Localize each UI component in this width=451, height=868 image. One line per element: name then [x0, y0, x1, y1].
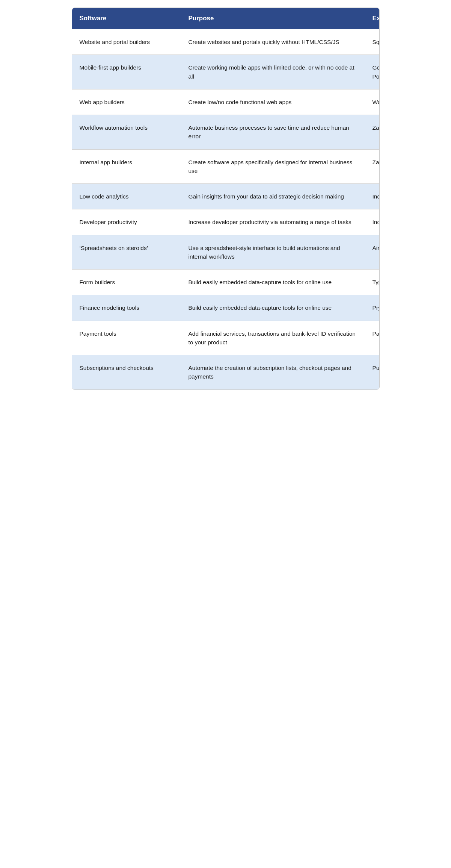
table-header: Software Purpose Examples [72, 8, 379, 29]
cell-software: Subscriptions and checkouts [72, 355, 181, 389]
cell-software: Payment tools [72, 321, 181, 355]
table-row: Finance modeling toolsBuild easily embed… [72, 295, 379, 320]
cell-examples: Purchasely, MemberSpace [365, 355, 380, 389]
cell-examples: Squarespace, Wordpress [365, 29, 380, 55]
cell-examples: Passbase, Mambu [365, 321, 380, 355]
header-examples: Examples [365, 8, 380, 29]
cell-software: Mobile-first app builders [72, 55, 181, 89]
cell-software: Workflow automation tools [72, 115, 181, 149]
cell-examples: Zapier, Fibery [365, 115, 380, 149]
cell-software: Finance modeling tools [72, 295, 181, 320]
table-row: Subscriptions and checkoutsAutomate the … [72, 355, 379, 389]
cell-purpose: Use a spreadsheet-style interface to bui… [181, 235, 365, 270]
cell-purpose: Create software apps specifically design… [181, 150, 365, 184]
cell-software: Website and portal builders [72, 29, 181, 55]
cell-purpose: Build easily embedded data-capture tools… [181, 295, 365, 320]
cell-purpose: Increase developer productivity via auto… [181, 209, 365, 235]
cell-purpose: Create websites and portals quickly with… [181, 29, 365, 55]
cell-purpose: Create low/no code functional web apps [181, 89, 365, 115]
table-row: Form buildersBuild easily embedded data-… [72, 269, 379, 295]
table-row: Workflow automation toolsAutomate busine… [72, 115, 379, 149]
cell-examples: Zaptic, Creatio [365, 150, 380, 184]
cell-software: Internal app builders [72, 150, 181, 184]
cell-software: Form builders [72, 270, 181, 295]
table-row: Mobile-first app buildersCreate working … [72, 55, 379, 89]
cell-purpose: Create working mobile apps with limited … [181, 55, 365, 89]
cell-examples: Airtable, Actiondesk [365, 235, 380, 270]
header-software: Software [72, 8, 181, 29]
header-purpose: Purpose [181, 8, 365, 29]
table-row: Website and portal buildersCreate websit… [72, 29, 379, 55]
cell-software: Developer productivity [72, 209, 181, 235]
cell-software: Web app builders [72, 89, 181, 115]
cell-purpose: Add financial services, transactions and… [181, 321, 365, 355]
cell-purpose: Automate business processes to save time… [181, 115, 365, 149]
cell-examples: Index, Grow [365, 209, 380, 235]
table-row: Developer productivityIncrease developer… [72, 209, 379, 235]
cell-examples: Typeform, Google Forms [365, 270, 380, 295]
cell-examples: WorkOS, 8base [365, 89, 380, 115]
table-row: Web app buildersCreate low/no code funct… [72, 89, 379, 115]
table-row: ‘Spreadsheets on steroids’Use a spreadsh… [72, 235, 379, 270]
cell-software: ‘Spreadsheets on steroids’ [72, 235, 181, 270]
main-table: Software Purpose Examples Website and po… [72, 8, 380, 390]
cell-software: Low code analytics [72, 184, 181, 209]
cell-examples: Index, Grow [365, 184, 380, 209]
cell-purpose: Build easily embedded data-capture tools… [181, 270, 365, 295]
table-body: Website and portal buildersCreate websit… [72, 29, 379, 389]
cell-purpose: Gain insights from your data to aid stra… [181, 184, 365, 209]
cell-examples: Google AppSheet, Microsoft PowerApps [365, 55, 380, 89]
cell-examples: Pry, Pigment [365, 295, 380, 320]
cell-purpose: Automate the creation of subscription li… [181, 355, 365, 389]
table-row: Internal app buildersCreate software app… [72, 149, 379, 184]
table-row: Low code analyticsGain insights from you… [72, 183, 379, 209]
table-row: Payment toolsAdd financial services, tra… [72, 321, 379, 355]
